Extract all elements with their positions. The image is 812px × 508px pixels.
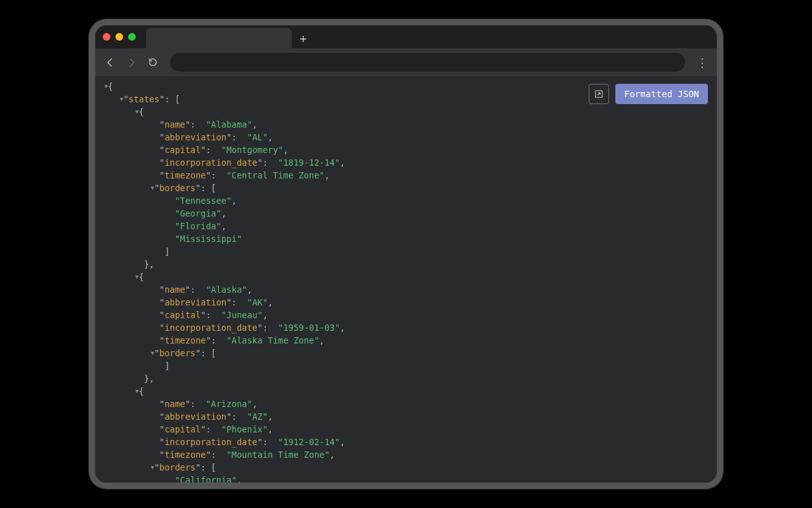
fold-toggle[interactable] (131, 271, 139, 283)
fold-toggle[interactable] (147, 461, 154, 474)
fold-root[interactable] (100, 80, 108, 93)
fold-toggle[interactable] (147, 182, 154, 194)
browser-window: + ⋮ Formatted JSON { "states (95, 25, 717, 483)
maximize-window-button[interactable] (128, 33, 136, 41)
close-window-button[interactable] (103, 33, 110, 41)
fold-toggle[interactable] (147, 347, 154, 359)
open-raw-button[interactable] (589, 84, 609, 104)
json-key: states (129, 94, 160, 104)
window-controls (103, 33, 136, 41)
fold-toggle[interactable] (131, 385, 139, 398)
window-titlebar: + (95, 25, 717, 48)
nav-forward-button[interactable] (123, 54, 140, 70)
json-viewer: Formatted JSON { "states": [ { "name": "… (95, 76, 717, 483)
minimize-window-button[interactable] (115, 33, 123, 41)
browser-toolbar: ⋮ (95, 48, 717, 76)
tablet-frame: + ⋮ Formatted JSON { "states (89, 19, 723, 489)
new-tab-button[interactable]: + (294, 29, 312, 47)
fold-states[interactable] (115, 93, 123, 105)
browser-tab-active[interactable] (146, 28, 292, 48)
address-bar[interactable] (170, 53, 685, 72)
nav-reload-button[interactable] (145, 54, 161, 70)
formatted-json-badge[interactable]: Formatted JSON (615, 84, 708, 104)
nav-back-button[interactable] (102, 54, 118, 70)
fold-toggle[interactable] (131, 105, 139, 118)
browser-menu-button[interactable]: ⋮ (694, 56, 710, 69)
json-tree[interactable]: { "states": [ { "name": "Alabama", "abbr… (100, 80, 712, 483)
tab-strip: + (146, 25, 709, 48)
